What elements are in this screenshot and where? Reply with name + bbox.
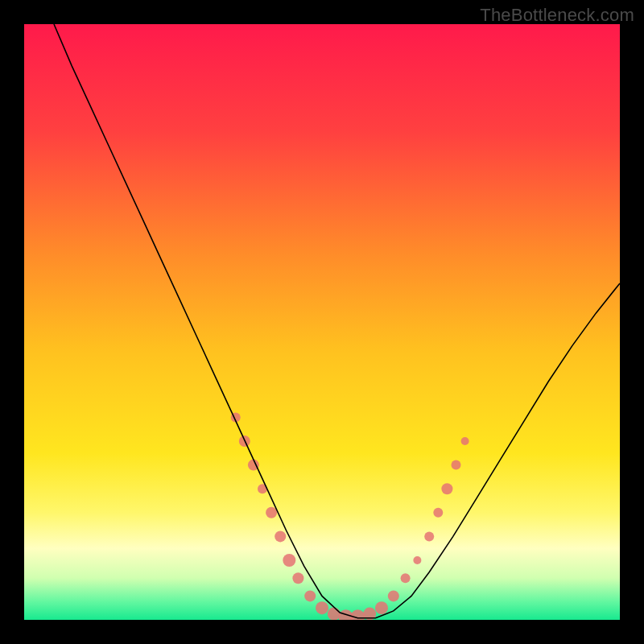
marker-point (275, 530, 286, 542)
marker-point (304, 590, 316, 601)
marker-point (413, 556, 421, 564)
watermark-text: TheBottleneck.com (480, 5, 634, 26)
chart-frame (24, 24, 620, 620)
marker-point (388, 590, 399, 601)
marker-point (461, 437, 469, 445)
bottleneck-chart (24, 24, 620, 620)
marker-point (433, 508, 443, 518)
marker-point (375, 601, 388, 614)
marker-point (401, 573, 411, 583)
marker-point (441, 483, 452, 494)
marker-point (292, 572, 303, 584)
marker-point (424, 531, 434, 541)
chart-background (24, 24, 620, 620)
marker-point (283, 554, 295, 567)
marker-point (266, 507, 277, 518)
marker-point (452, 460, 461, 470)
marker-point (316, 601, 328, 614)
marker-point (328, 608, 341, 620)
